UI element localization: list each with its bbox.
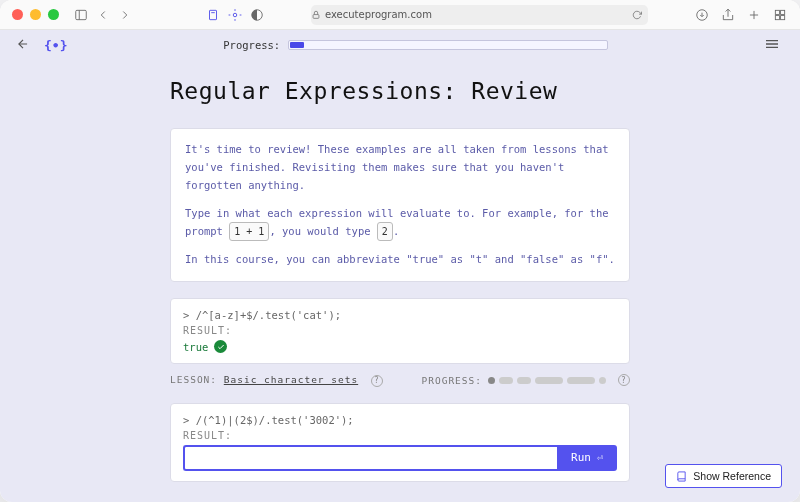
browser-window: executeprogram.com {•} Pro	[0, 0, 800, 502]
svg-rect-6	[313, 14, 319, 18]
sidebar-toggle-icon[interactable]	[73, 7, 89, 23]
svg-rect-12	[781, 10, 785, 14]
extension-icon-2[interactable]	[227, 7, 243, 23]
app-logo-icon[interactable]: {•}	[44, 38, 67, 53]
svg-rect-14	[781, 15, 785, 19]
enter-key-icon: ⏎	[597, 452, 603, 463]
run-button[interactable]: Run ⏎	[557, 445, 617, 471]
show-reference-label: Show Reference	[693, 470, 771, 482]
page-title: Regular Expressions: Review	[170, 78, 630, 104]
new-tab-icon[interactable]	[746, 7, 762, 23]
example-prompt-kbd: 1 + 1	[229, 222, 269, 241]
result-value-row: true	[183, 340, 617, 353]
example-answer-kbd: 2	[377, 222, 393, 241]
exercise-card-completed: > /^[a-z]+$/.test('cat'); RESULT: true	[170, 298, 630, 364]
window-controls	[12, 9, 59, 20]
result-label: RESULT:	[183, 430, 617, 441]
browser-titlebar: executeprogram.com	[0, 0, 800, 30]
lesson-help-icon[interactable]: ?	[371, 375, 383, 387]
reader-mode-icon[interactable]	[249, 7, 265, 23]
progress-label: Progress:	[223, 39, 280, 51]
nav-forward-icon[interactable]	[117, 7, 133, 23]
app-viewport: {•} Progress: Regular Expressions: Revie…	[0, 30, 800, 502]
tabs-overview-icon[interactable]	[772, 7, 788, 23]
extension-icon-1[interactable]	[205, 7, 221, 23]
lesson-label: LESSON:	[170, 374, 217, 385]
show-reference-button[interactable]: Show Reference	[665, 464, 782, 488]
result-label: RESULT:	[183, 325, 617, 336]
app-menu-icon[interactable]	[764, 36, 784, 54]
svg-rect-11	[775, 10, 779, 14]
url-host: executeprogram.com	[325, 9, 432, 20]
svg-point-4	[233, 13, 237, 17]
course-progress-bar	[288, 40, 608, 50]
lesson-meta-row: LESSON: Basic character sets ? PROGRESS:	[170, 374, 630, 387]
app-toolbar: {•} Progress:	[0, 30, 800, 60]
course-progress-fill	[290, 42, 304, 48]
lesson-progress-dots	[488, 377, 606, 384]
run-button-label: Run	[571, 451, 591, 464]
intro-p3: In this course, you can abbreviate "true…	[185, 251, 615, 269]
exercise-prompt: > /(^1)|(2$)/.test('3002');	[183, 414, 617, 426]
svg-rect-13	[775, 15, 779, 19]
correct-check-icon	[214, 340, 227, 353]
answer-input[interactable]	[183, 445, 557, 471]
intro-card: It's time to review! These examples are …	[170, 128, 630, 282]
intro-p1: It's time to review! These examples are …	[185, 141, 615, 195]
downloads-icon[interactable]	[694, 7, 710, 23]
progress-help-icon[interactable]: ?	[618, 374, 630, 386]
intro-p2: Type in what each expression will evalua…	[185, 205, 615, 242]
lesson-link[interactable]: Basic character sets	[224, 374, 358, 385]
lesson-progress-label: PROGRESS:	[422, 375, 482, 386]
app-back-button[interactable]	[16, 37, 36, 53]
minimize-window-icon[interactable]	[30, 9, 41, 20]
result-value: true	[183, 341, 208, 353]
svg-rect-0	[76, 10, 87, 19]
maximize-window-icon[interactable]	[48, 9, 59, 20]
close-window-icon[interactable]	[12, 9, 23, 20]
svg-rect-2	[210, 10, 217, 19]
share-icon[interactable]	[720, 7, 736, 23]
book-icon	[676, 471, 687, 482]
nav-back-icon[interactable]	[95, 7, 111, 23]
exercise-card-active: > /(^1)|(2$)/.test('3002'); RESULT: Run …	[170, 403, 630, 482]
url-bar[interactable]: executeprogram.com	[311, 5, 648, 25]
exercise-prompt: > /^[a-z]+$/.test('cat');	[183, 309, 617, 321]
